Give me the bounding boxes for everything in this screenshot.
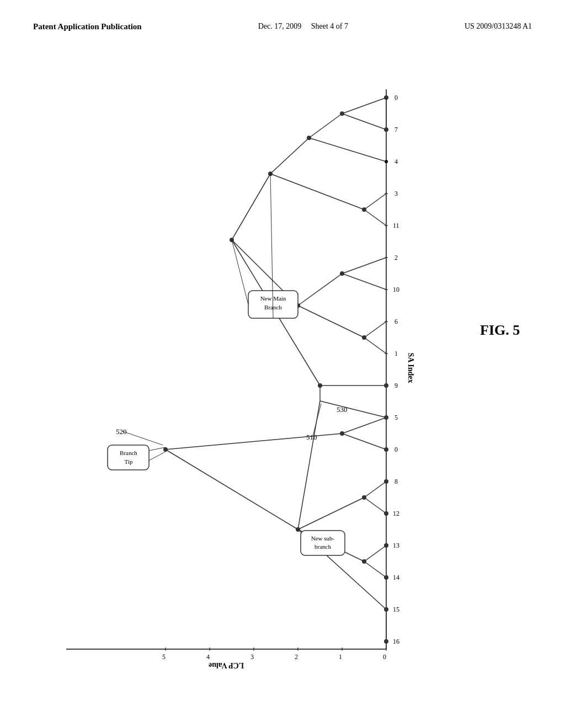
svg-line-56 bbox=[342, 114, 386, 130]
svg-text:8: 8 bbox=[395, 478, 398, 485]
svg-line-102 bbox=[298, 497, 364, 529]
lcp-value-label: LCP Value bbox=[209, 661, 244, 670]
svg-text:Tip: Tip bbox=[125, 458, 133, 465]
new-main-branch-label: New Main bbox=[260, 295, 286, 302]
svg-line-58 bbox=[309, 114, 342, 138]
svg-text:0: 0 bbox=[383, 653, 386, 661]
figure-5-svg: 0 7 4 3 11 2 10 6 1 9 5 bbox=[0, 48, 565, 710]
svg-line-99 bbox=[364, 545, 386, 561]
svg-text:1: 1 bbox=[395, 350, 398, 357]
svg-line-118 bbox=[149, 452, 166, 461]
new-sub-branch-label: New sub- bbox=[311, 535, 335, 542]
svg-text:5: 5 bbox=[162, 653, 166, 661]
svg-line-70 bbox=[364, 322, 386, 338]
svg-text:16: 16 bbox=[393, 638, 399, 645]
svg-line-97 bbox=[364, 497, 386, 513]
branch-tip-label: Branch bbox=[120, 449, 137, 456]
svg-text:2: 2 bbox=[395, 254, 398, 261]
svg-line-111 bbox=[313, 404, 321, 436]
ref-510-label: 510 bbox=[306, 433, 317, 441]
svg-text:3: 3 bbox=[395, 190, 398, 197]
svg-line-59 bbox=[309, 138, 386, 162]
figure-label: FIG. 5 bbox=[480, 322, 520, 338]
svg-text:9: 9 bbox=[395, 382, 398, 389]
svg-line-112 bbox=[122, 431, 163, 445]
svg-line-122 bbox=[232, 240, 248, 304]
sheet-info: Sheet 4 of 7 bbox=[311, 22, 348, 30]
patent-number: US 2009/0313248 A1 bbox=[465, 22, 532, 31]
figure-5-container: 0 7 4 3 11 2 10 6 1 9 5 bbox=[0, 48, 565, 710]
svg-text:3: 3 bbox=[250, 653, 254, 661]
header-center: Dec. 17, 2009 Sheet 4 of 7 bbox=[258, 22, 348, 31]
sa-label-0: 0 bbox=[395, 94, 398, 101]
ref-520-label: 520 bbox=[116, 427, 127, 436]
svg-line-74 bbox=[298, 306, 364, 338]
svg-line-73 bbox=[298, 274, 342, 306]
svg-line-76 bbox=[232, 174, 270, 240]
svg-text:0: 0 bbox=[395, 446, 398, 453]
sa-index-label: SA Index bbox=[407, 353, 415, 383]
svg-line-87 bbox=[342, 417, 386, 433]
svg-text:15: 15 bbox=[393, 606, 399, 613]
svg-text:13: 13 bbox=[393, 542, 399, 549]
svg-text:10: 10 bbox=[393, 286, 399, 293]
svg-line-64 bbox=[270, 138, 309, 174]
ref-530-label: 530 bbox=[337, 405, 348, 414]
publication-title: Patent Application Publication bbox=[33, 22, 142, 31]
svg-line-96 bbox=[364, 481, 386, 497]
svg-line-71 bbox=[364, 338, 386, 354]
page-header: Patent Application Publication Dec. 17, … bbox=[0, 0, 565, 42]
pub-date: Dec. 17, 2009 bbox=[258, 22, 302, 30]
svg-line-67 bbox=[342, 258, 386, 274]
svg-text:4: 4 bbox=[395, 158, 398, 165]
svg-line-62 bbox=[364, 210, 386, 226]
svg-text:Branch: Branch bbox=[264, 304, 282, 311]
svg-text:6: 6 bbox=[395, 318, 398, 325]
svg-rect-115 bbox=[108, 445, 149, 470]
svg-line-65 bbox=[270, 174, 364, 210]
svg-text:7: 7 bbox=[395, 126, 398, 133]
svg-line-61 bbox=[364, 194, 386, 210]
svg-text:5: 5 bbox=[395, 414, 398, 421]
svg-text:4: 4 bbox=[206, 653, 210, 661]
svg-text:1: 1 bbox=[339, 653, 342, 661]
svg-text:2: 2 bbox=[295, 653, 298, 661]
svg-text:11: 11 bbox=[393, 222, 399, 229]
svg-line-109 bbox=[166, 449, 298, 529]
svg-line-117 bbox=[149, 447, 166, 451]
svg-text:12: 12 bbox=[393, 510, 399, 517]
svg-line-55 bbox=[342, 98, 386, 114]
svg-text:14: 14 bbox=[393, 574, 399, 581]
svg-line-68 bbox=[342, 274, 386, 290]
svg-line-88 bbox=[342, 433, 386, 449]
svg-line-84 bbox=[320, 401, 386, 417]
svg-line-100 bbox=[364, 561, 386, 577]
svg-text:branch: branch bbox=[315, 543, 331, 550]
